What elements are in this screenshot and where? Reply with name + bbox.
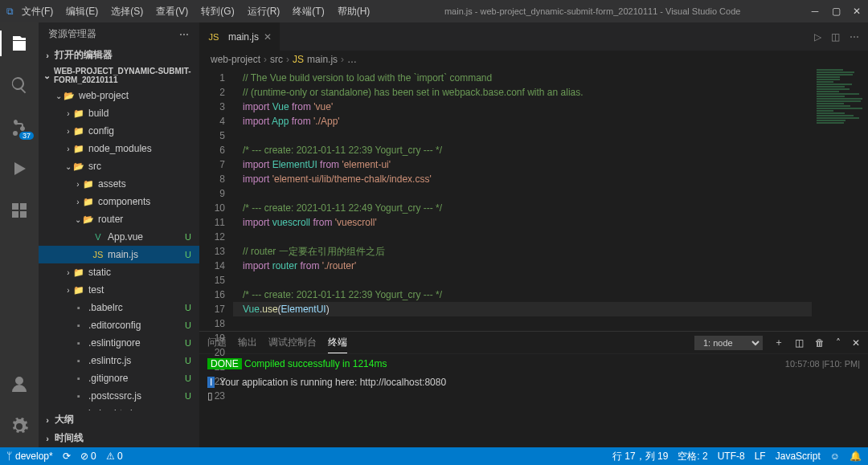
panel-tab[interactable]: 终端: [328, 332, 347, 353]
breadcrumb-item[interactable]: …: [347, 54, 357, 65]
extensions-icon[interactable]: [0, 194, 39, 226]
terminal-time: 10:57:08 |F10: PM|: [785, 357, 860, 371]
breadcrumb-item[interactable]: web-project: [211, 54, 260, 65]
breadcrumb-item[interactable]: main.js: [307, 54, 338, 65]
minimap[interactable]: [812, 68, 868, 331]
encoding[interactable]: UTF-8: [718, 451, 745, 462]
spaces[interactable]: 空格: 2: [678, 450, 707, 463]
tree-file[interactable]: ▪.postcssrc.jsU: [39, 387, 199, 405]
sync-icon[interactable]: ⟳: [63, 451, 71, 462]
explorer-title: 资源管理器: [48, 27, 96, 41]
maximize-panel-icon[interactable]: ˄: [836, 337, 841, 349]
terminal-select[interactable]: 1: node: [694, 336, 763, 350]
tree-file[interactable]: ▪.eslintignoreU: [39, 334, 199, 352]
tree-file[interactable]: ▪.babelrcU: [39, 299, 199, 316]
open-editors-section[interactable]: 打开的编辑器: [39, 46, 199, 64]
run-icon[interactable]: [0, 153, 39, 185]
file-tree: ⌄📂web-project›📁build›📁config›📁node_modul…: [39, 87, 199, 410]
feedback-icon[interactable]: ☺: [830, 451, 840, 462]
compiled-msg: Compiled successfully in 1214ms: [244, 358, 387, 369]
errors-indicator[interactable]: ⊘ 0: [80, 451, 96, 462]
scm-icon[interactable]: 37: [0, 111, 39, 143]
title-bar: ⧉ 文件(F)编辑(E)选择(S)查看(V)转到(G)运行(R)终端(T)帮助(…: [0, 0, 868, 22]
tree-folder[interactable]: ›📁build: [39, 104, 199, 122]
status-bar: ᛘ develop* ⟳ ⊘ 0 ⚠ 0 行 17，列 19 空格: 2 UTF…: [0, 447, 868, 465]
tree-file[interactable]: JSmain.jsU: [39, 246, 199, 263]
close-icon[interactable]: ✕: [852, 6, 862, 17]
panel: 问题输出调试控制台终端 1: node ＋ ◫ 🗑 ˄ ✕ 10:57:08 |…: [199, 331, 868, 447]
tree-file[interactable]: ▪.gitignoreU: [39, 369, 199, 387]
tree-folder[interactable]: ›📁test: [39, 281, 199, 299]
tree-file[interactable]: VApp.vueU: [39, 228, 199, 246]
tree-folder[interactable]: ⌄📂web-project: [39, 87, 199, 104]
info-badge: I: [207, 377, 215, 388]
tree-folder[interactable]: ⌄📂src: [39, 157, 199, 175]
split-terminal-icon[interactable]: ◫: [795, 337, 804, 349]
more-icon[interactable]: ⋯: [179, 29, 190, 40]
menu-bar: 文件(F)编辑(E)选择(S)查看(V)转到(G)运行(R)终端(T)帮助(H): [17, 3, 375, 20]
running-msg: Your application is running here: http:/…: [219, 377, 446, 388]
menu-item[interactable]: 编辑(E): [61, 3, 103, 20]
js-icon: JS: [207, 31, 220, 43]
menu-item[interactable]: 选择(S): [106, 3, 148, 20]
activity-bar: 37: [0, 22, 39, 447]
eol[interactable]: LF: [755, 451, 766, 462]
menu-item[interactable]: 转到(G): [196, 3, 239, 20]
breadcrumb-item[interactable]: src: [270, 54, 283, 65]
window-title: main.js - web-project_dynamic-submit-for…: [375, 6, 810, 16]
tab-close-icon[interactable]: ✕: [264, 31, 272, 43]
project-section[interactable]: WEB-PROJECT_DYNAMIC-SUBMIT-FORM_20210111: [39, 64, 199, 87]
tab-bar: JS main.js ✕ ▷ ◫ ⋯: [199, 22, 868, 51]
maximize-icon[interactable]: ▢: [831, 6, 841, 17]
search-icon[interactable]: [0, 69, 39, 101]
line-numbers: 1234567891011121314151617181920212223: [199, 68, 233, 331]
tab-main-js[interactable]: JS main.js ✕: [199, 22, 280, 51]
tree-folder[interactable]: ›📁config: [39, 122, 199, 140]
tab-label: main.js: [228, 31, 259, 43]
panel-tab[interactable]: 输出: [238, 332, 257, 353]
tree-folder[interactable]: ⌄📂router: [39, 210, 199, 228]
notification-icon[interactable]: 🔔: [850, 451, 862, 462]
explorer-icon[interactable]: [0, 27, 39, 59]
account-icon[interactable]: [0, 369, 39, 401]
tree-folder[interactable]: ›📁node_modules: [39, 140, 199, 157]
menu-item[interactable]: 运行(R): [243, 3, 285, 20]
outline-section[interactable]: 大纲: [39, 410, 199, 429]
done-badge: DONE: [207, 358, 242, 369]
new-terminal-icon[interactable]: ＋: [774, 336, 784, 349]
tree-file[interactable]: <>index.htmlU: [39, 405, 199, 410]
split-editor-icon[interactable]: ◫: [831, 31, 840, 43]
branch-indicator[interactable]: ᛘ develop*: [6, 451, 53, 462]
code-content[interactable]: // The Vue build version to load with th…: [233, 68, 812, 331]
breadcrumb[interactable]: web-project›src›JS main.js›…: [199, 51, 868, 68]
tree-folder[interactable]: ›📁components: [39, 193, 199, 210]
tree-folder[interactable]: ›📁static: [39, 263, 199, 281]
run-tab-icon[interactable]: ▷: [814, 31, 821, 43]
menu-item[interactable]: 文件(F): [17, 3, 58, 20]
settings-gear-icon[interactable]: [0, 410, 39, 443]
language-mode[interactable]: JavaScript: [776, 451, 821, 462]
minimize-icon[interactable]: ─: [810, 6, 820, 17]
sidebar: 资源管理器⋯ 打开的编辑器 WEB-PROJECT_DYNAMIC-SUBMIT…: [39, 22, 199, 447]
editor: JS main.js ✕ ▷ ◫ ⋯ web-project›src›JS ma…: [199, 22, 868, 447]
line-col[interactable]: 行 17，列 19: [612, 450, 668, 463]
warnings-indicator[interactable]: ⚠ 0: [106, 451, 123, 462]
tree-file[interactable]: ▪.eslintrc.jsU: [39, 352, 199, 369]
tree-file[interactable]: ▪.editorconfigU: [39, 316, 199, 334]
menu-item[interactable]: 查看(V): [151, 3, 193, 20]
trash-icon[interactable]: 🗑: [815, 337, 825, 349]
close-panel-icon[interactable]: ✕: [852, 337, 860, 349]
tree-folder[interactable]: ›📁assets: [39, 175, 199, 193]
menu-item[interactable]: 帮助(H): [333, 3, 375, 20]
tab-more-icon[interactable]: ⋯: [850, 31, 860, 43]
scm-badge: 37: [19, 132, 34, 140]
panel-tabs: 问题输出调试控制台终端 1: node ＋ ◫ 🗑 ˄ ✕: [199, 332, 868, 354]
menu-item[interactable]: 终端(T): [288, 3, 329, 20]
panel-tab[interactable]: 调试控制台: [268, 332, 317, 353]
vscode-logo-icon: ⧉: [6, 6, 14, 17]
timeline-section[interactable]: 时间线: [39, 429, 199, 447]
terminal[interactable]: 10:57:08 |F10: PM| DONE Compiled success…: [199, 354, 868, 447]
